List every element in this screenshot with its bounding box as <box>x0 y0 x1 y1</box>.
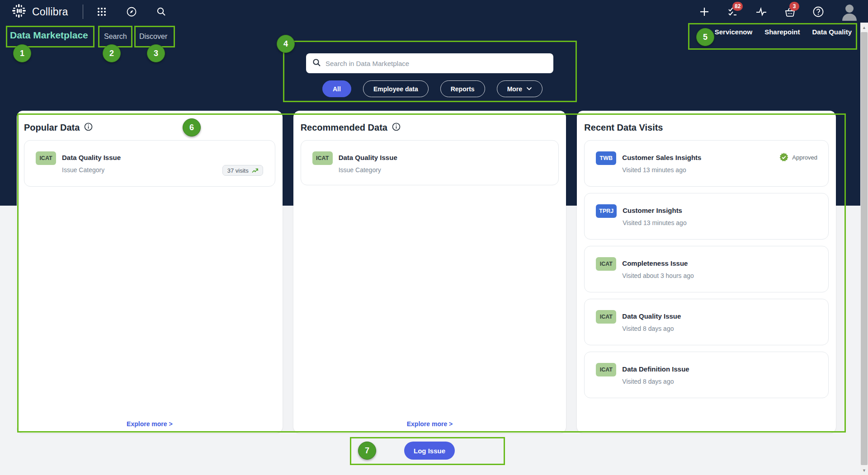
link-sharepoint[interactable]: Sharepoint <box>764 28 800 36</box>
visited-timestamp: Visited 13 minutes ago <box>622 166 701 174</box>
status-badge: Approved <box>779 153 817 162</box>
topbar-left-icons <box>96 0 167 24</box>
link-data-quality[interactable]: Data Quality <box>812 28 852 36</box>
app-grid-icon[interactable] <box>96 6 108 18</box>
trending-up-icon <box>252 168 258 173</box>
asset-title: Customer Insights <box>623 204 686 214</box>
visited-timestamp: Visited 8 days ago <box>622 378 689 385</box>
filter-more-label: More <box>507 85 522 93</box>
info-icon[interactable] <box>392 122 401 133</box>
search-input-icon <box>312 58 321 69</box>
recent-data-visits-title: Recent Data Visits <box>584 122 663 133</box>
data-marketplace-page: Collibra <box>0 0 868 475</box>
topbar-right-icons: 82 3 <box>698 0 858 24</box>
filter-reports-pill[interactable]: Reports <box>440 80 485 97</box>
recent-visit-card[interactable]: ICAT Completeness Issue Visited about 3 … <box>584 246 829 292</box>
recommended-data-panel: Recommended Data ICAT Data Quality Issue… <box>293 111 566 433</box>
scrollbar-thumb[interactable] <box>861 32 868 465</box>
page-scrollbar[interactable]: ▲ ▼ <box>860 23 868 475</box>
search-icon[interactable] <box>156 6 167 18</box>
asset-title: Data Quality Issue <box>62 151 121 161</box>
topbar-divider <box>83 5 83 19</box>
brand-group: Collibra <box>11 0 68 24</box>
user-avatar[interactable] <box>841 3 858 21</box>
approved-seal-icon <box>779 153 788 162</box>
asset-subtitle: Issue Category <box>339 166 397 174</box>
add-icon[interactable] <box>698 6 710 18</box>
basket-count-badge: 3 <box>789 2 799 11</box>
asset-subtitle: Issue Category <box>62 166 121 174</box>
brand-wordmark: Collibra <box>32 6 68 18</box>
recommended-data-title: Recommended Data <box>301 122 387 133</box>
search-input[interactable] <box>326 60 547 67</box>
asset-type-badge: TWB <box>596 151 616 165</box>
annotation-marker-7: 7 <box>358 442 376 460</box>
basket-icon[interactable]: 3 <box>784 6 796 18</box>
visited-timestamp: Visited 13 minutes ago <box>623 219 686 226</box>
status-label: Approved <box>792 154 817 161</box>
tab-discover[interactable]: Discover <box>139 33 167 41</box>
visits-chip: 37 visits <box>222 165 263 176</box>
collibra-logo-icon <box>11 3 27 20</box>
asset-type-badge: ICAT <box>596 310 616 324</box>
tasks-icon[interactable]: 82 <box>727 6 739 18</box>
recent-visit-card[interactable]: ICAT Data Quality Issue Visited 8 days a… <box>584 299 829 345</box>
popular-asset-card[interactable]: ICAT Data Quality Issue Issue Category 3… <box>24 140 275 187</box>
recent-visit-card[interactable]: ICAT Data Definition Issue Visited 8 day… <box>584 352 829 398</box>
asset-title: Customer Sales Insights <box>622 151 701 161</box>
asset-title: Data Quality Issue <box>339 151 397 161</box>
integration-links: Servicenow Sharepoint Data Quality <box>715 28 852 36</box>
log-issue-button[interactable]: Log Issue <box>404 442 455 460</box>
content-columns: Popular Data ICAT Data Quality Issue Iss… <box>17 111 836 433</box>
asset-title: Completeness Issue <box>622 257 694 267</box>
popular-explore-more-link[interactable]: Explore more > <box>17 420 283 428</box>
activity-icon[interactable] <box>755 6 767 18</box>
asset-type-badge: ICAT <box>596 363 616 376</box>
compass-icon[interactable] <box>126 6 137 18</box>
tasks-count-badge: 82 <box>732 2 743 11</box>
visits-count: 37 visits <box>227 167 249 174</box>
filter-employee-data-pill[interactable]: Employee data <box>363 80 429 97</box>
search-filter-pills: All Employee data Reports More <box>322 80 542 97</box>
chevron-down-icon <box>526 87 532 91</box>
marketplace-search-box <box>306 53 553 73</box>
visited-timestamp: Visited 8 days ago <box>622 325 681 332</box>
popular-data-title: Popular Data <box>24 122 80 133</box>
scrollbar-down-arrow[interactable]: ▼ <box>860 466 868 474</box>
asset-type-badge: ICAT <box>312 151 333 165</box>
info-icon[interactable] <box>84 122 93 133</box>
asset-title: Data Quality Issue <box>622 310 681 320</box>
visited-timestamp: Visited about 3 hours ago <box>622 272 694 279</box>
help-icon[interactable] <box>812 6 824 18</box>
top-navigation-bar: Collibra <box>0 0 868 24</box>
recent-data-visits-panel: Recent Data Visits TWB Customer Sales In… <box>577 111 836 433</box>
asset-type-badge: TPRJ <box>596 204 617 218</box>
tab-search[interactable]: Search <box>104 33 127 41</box>
recommended-asset-card[interactable]: ICAT Data Quality Issue Issue Category <box>301 140 559 185</box>
page-title-data-marketplace[interactable]: Data Marketplace <box>10 30 88 41</box>
recent-visit-card[interactable]: TWB Customer Sales Insights Visited 13 m… <box>584 140 829 187</box>
recent-visit-card[interactable]: TPRJ Customer Insights Visited 13 minute… <box>584 193 829 240</box>
popular-data-panel: Popular Data ICAT Data Quality Issue Iss… <box>17 111 283 433</box>
asset-title: Data Definition Issue <box>622 363 689 373</box>
filter-all-pill[interactable]: All <box>322 80 351 97</box>
filter-more-pill[interactable]: More <box>497 80 542 97</box>
asset-type-badge: ICAT <box>596 257 616 271</box>
asset-type-badge: ICAT <box>36 151 56 165</box>
recommended-explore-more-link[interactable]: Explore more > <box>293 420 566 428</box>
link-servicenow[interactable]: Servicenow <box>715 28 752 36</box>
scrollbar-up-arrow[interactable]: ▲ <box>860 24 868 31</box>
